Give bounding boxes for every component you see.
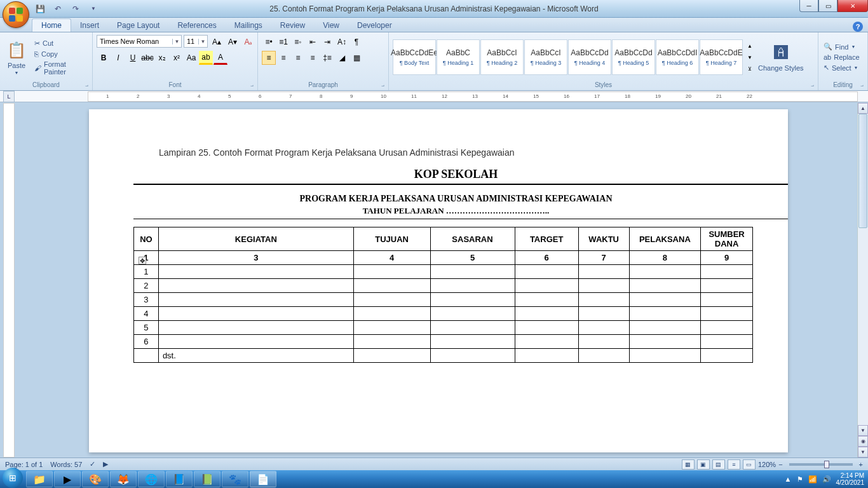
scroll-up-icon[interactable]: ▲	[858, 103, 868, 114]
status-page[interactable]: Page: 1 of 1	[5, 461, 43, 468]
table-cell[interactable]	[629, 307, 701, 321]
table-cell[interactable]	[353, 265, 430, 279]
table-cell[interactable]: 4	[134, 307, 159, 321]
tab-insert[interactable]: Insert	[71, 19, 108, 32]
align-center-button[interactable]: ≡	[276, 51, 290, 65]
help-icon[interactable]: ?	[853, 22, 863, 32]
task-media[interactable]: ▶	[54, 471, 81, 487]
table-cell[interactable]	[430, 265, 515, 279]
table-cell[interactable]	[515, 265, 578, 279]
table-cell[interactable]	[701, 279, 753, 293]
tab-review[interactable]: Review	[271, 19, 314, 32]
tab-references[interactable]: References	[168, 19, 225, 32]
table-cell[interactable]	[158, 265, 353, 279]
superscript-button[interactable]: x²	[170, 51, 184, 65]
dec-indent-button[interactable]: ⇤	[306, 35, 320, 49]
table-cell[interactable]	[578, 279, 629, 293]
qat-dropdown-icon[interactable]: ▼	[86, 2, 100, 16]
shrink-font-icon[interactable]: A▾	[226, 35, 240, 49]
redo-icon[interactable]: ↷	[69, 2, 83, 16]
zoom-in-button[interactable]: +	[859, 461, 863, 468]
zoom-slider[interactable]	[789, 463, 853, 466]
show-marks-button[interactable]: ¶	[349, 35, 363, 49]
table-cell[interactable]	[701, 293, 753, 307]
macro-icon[interactable]: ▶	[103, 460, 108, 468]
bullets-button[interactable]: ≡•	[262, 35, 276, 49]
style-item[interactable]: AaBbCcDdE¶ Heading 7	[700, 39, 743, 75]
table-cell[interactable]	[629, 349, 701, 363]
inc-indent-button[interactable]: ⇥	[320, 35, 334, 49]
tab-page-layout[interactable]: Page Layout	[108, 19, 168, 32]
change-case-button[interactable]: Aa	[184, 51, 198, 65]
find-button[interactable]: 🔍Find ▼	[821, 42, 862, 51]
table-cell[interactable]	[578, 307, 629, 321]
table-cell[interactable]: 3	[134, 293, 159, 307]
borders-button[interactable]: ▦	[349, 51, 363, 65]
table-cell[interactable]	[578, 293, 629, 307]
tray-flag-icon[interactable]: ⚑	[797, 475, 803, 484]
style-item[interactable]: AaBbC¶ Heading 1	[437, 39, 480, 75]
table-cell[interactable]	[430, 293, 515, 307]
table-cell[interactable]	[629, 293, 701, 307]
sort-button[interactable]: A↕	[335, 35, 349, 49]
table-cell[interactable]	[353, 335, 430, 349]
table-cell[interactable]	[515, 279, 578, 293]
scroll-down-icon[interactable]: ▼	[858, 425, 868, 436]
tray-up-icon[interactable]: ▲	[785, 475, 792, 483]
grow-font-icon[interactable]: A▴	[210, 35, 224, 49]
styles-gallery[interactable]: AaBbCcDdEe¶ Body TextAaBbC¶ Heading 1AaB…	[391, 38, 744, 76]
close-button[interactable]: ✕	[837, 0, 868, 12]
style-item[interactable]: AaBbCcI¶ Heading 2	[480, 39, 524, 75]
table-cell[interactable]: 5	[134, 321, 159, 335]
style-down-icon[interactable]: ▼	[745, 51, 754, 63]
full-screen-view-icon[interactable]: ▣	[697, 459, 710, 470]
table-cell[interactable]	[515, 321, 578, 335]
table-cell[interactable]: 6	[134, 335, 159, 349]
table-cell[interactable]	[701, 349, 753, 363]
table-cell[interactable]	[701, 307, 753, 321]
select-button[interactable]: ↖Select ▼	[821, 63, 862, 72]
table-move-handle[interactable]: ✥	[139, 257, 146, 264]
scrollbar-vertical[interactable]: ▲ ▼ ◉ ▼	[857, 103, 868, 458]
table-cell[interactable]	[430, 335, 515, 349]
start-button[interactable]: ⊞	[0, 470, 25, 488]
change-styles-button[interactable]: 🅰 Change Styles	[754, 41, 808, 73]
table-cell[interactable]	[515, 335, 578, 349]
table-cell[interactable]	[515, 349, 578, 363]
underline-button[interactable]: U	[126, 51, 140, 65]
table-cell[interactable]	[353, 293, 430, 307]
style-item[interactable]: AaBbCcDd¶ Heading 4	[568, 39, 611, 75]
outline-view-icon[interactable]: ≡	[728, 459, 740, 470]
table-cell[interactable]	[629, 265, 701, 279]
tray-clock[interactable]: 2:14 PM 4/20/2021	[836, 472, 865, 486]
style-item[interactable]: AaBbCcI¶ Heading 3	[524, 39, 567, 75]
table-cell[interactable]	[701, 265, 753, 279]
table-cell[interactable]	[353, 349, 430, 363]
next-page-icon[interactable]: ▼	[858, 447, 868, 458]
prev-page-icon[interactable]: ◉	[858, 436, 868, 447]
table-cell[interactable]	[353, 321, 430, 335]
align-left-button[interactable]: ≡	[262, 51, 276, 65]
table-cell[interactable]	[158, 279, 353, 293]
table-cell[interactable]	[134, 349, 159, 363]
numbering-button[interactable]: ≡1	[276, 35, 290, 49]
tab-developer[interactable]: Developer	[348, 19, 401, 32]
table-cell[interactable]	[430, 321, 515, 335]
style-item[interactable]: AaBbCcDdEe¶ Body Text	[393, 39, 436, 75]
web-layout-view-icon[interactable]: ▤	[712, 459, 725, 470]
table-cell[interactable]	[515, 293, 578, 307]
draft-view-icon[interactable]: ▭	[743, 459, 756, 470]
justify-button[interactable]: ≡	[306, 51, 320, 65]
line-spacing-button[interactable]: ‡≡	[320, 51, 334, 65]
table-cell[interactable]	[629, 335, 701, 349]
align-right-button[interactable]: ≡	[291, 51, 305, 65]
table-cell[interactable]	[158, 307, 353, 321]
table-cell[interactable]	[629, 321, 701, 335]
zoom-out-button[interactable]: −	[778, 461, 782, 468]
table-cell[interactable]	[515, 307, 578, 321]
ruler-corner[interactable]: L	[3, 91, 15, 102]
task-firefox[interactable]: 🦊	[110, 471, 137, 487]
tab-mailings[interactable]: Mailings	[226, 19, 271, 32]
multilevel-button[interactable]: ≡◦	[291, 35, 305, 49]
minimize-button[interactable]: ─	[799, 0, 818, 12]
